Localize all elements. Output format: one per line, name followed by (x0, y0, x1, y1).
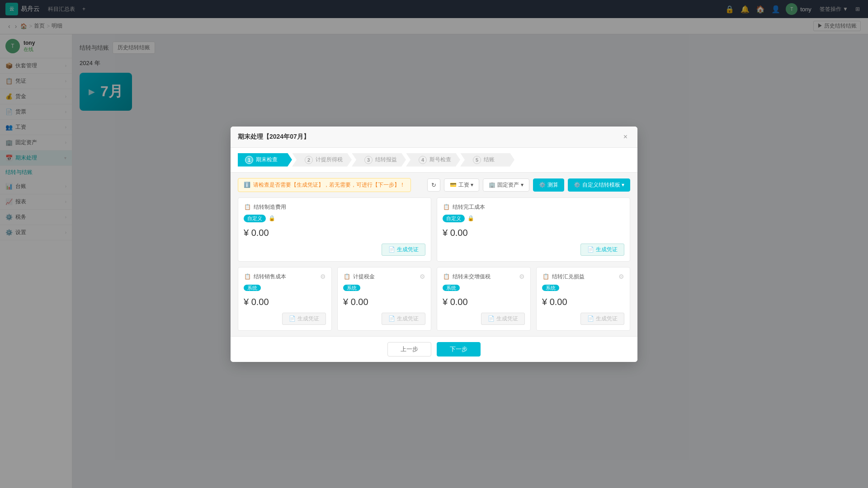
step-3-label: 结转报益 (375, 156, 397, 164)
card-amount-6: ¥ 0.00 (542, 295, 624, 309)
card-complete-cost: 📋 结转完工成本 自定义 🔒 ¥ 0.00 (437, 197, 630, 262)
settings-icon-4[interactable]: ⚙ (618, 273, 624, 280)
test-action-btn[interactable]: ⚙️ 测算 (533, 178, 564, 192)
card-exchange: 📋 结转汇兑损益 ⚙ 系统 ¥ 0.00 📄 (536, 267, 630, 331)
refresh-btn[interactable]: ↻ (427, 178, 440, 192)
gen-voucher-btn-1[interactable]: 📄 生成凭证 (382, 244, 425, 256)
card-icon-5: 📋 (443, 273, 450, 280)
test-btn-label: 测算 (547, 181, 558, 189)
step-1[interactable]: 1 期末检查 (238, 153, 292, 167)
step-4-num: 4 (419, 156, 427, 164)
settings-icon-2[interactable]: ⚙ (420, 273, 425, 280)
info-alert: ℹ️ 请检查是否需要【生成凭证】，若无需要，可进行【下一步】！ (238, 178, 411, 192)
card-sales-cost-header: 📋 结转销售成本 ⚙ (244, 273, 326, 281)
gen-voucher-btn-2[interactable]: 📄 生成凭证 (580, 244, 624, 256)
alert-text: 请检查是否需要【生成凭证】，若无需要，可进行【下一步】！ (253, 181, 405, 189)
settings-icon-1[interactable]: ⚙ (320, 273, 326, 280)
custom-btn-label: 自定义结转模板 ▾ (582, 181, 624, 189)
modal-close-btn[interactable]: × (621, 132, 630, 142)
card-title-tax: 计提税金 (353, 273, 375, 281)
step-4-label: 斯号检查 (429, 156, 451, 164)
modal-body: ℹ️ 请检查是否需要【生成凭证】，若无需要，可进行【下一步】！ ↻ 💳 工资 ▾… (231, 173, 637, 336)
test-btn-icon: ⚙️ (539, 182, 546, 188)
card-vat-header: 📋 结转未交增值税 ⚙ (443, 273, 525, 281)
gen-label-2: 生成凭证 (596, 246, 618, 253)
step-1-num: 1 (245, 156, 253, 164)
alert-icon: ℹ️ (244, 182, 250, 188)
prev-step-btn[interactable]: 上一步 (387, 342, 431, 357)
modal-overlay: 期末处理【2024年07月】 × 1 期末检查 2 计提所得税 3 结 (72, 34, 868, 488)
payroll-btn-label: 工资 ▾ (458, 181, 473, 189)
tag-system-3: 系统 (443, 285, 460, 291)
tag-custom-2: 自定义 (443, 215, 465, 222)
card-icon-3: 📋 (244, 273, 251, 280)
tag-custom-1: 自定义 (244, 215, 266, 222)
info-actions: ↻ 💳 工资 ▾ 🏢 固定资产 ▾ ⚙️ 测算 (427, 178, 630, 192)
steps-bar: 1 期末检查 2 计提所得税 3 结转报益 4 斯号检查 (231, 148, 637, 173)
card-title-vat: 结转未交增值税 (453, 273, 491, 281)
settings-icon-3[interactable]: ⚙ (519, 273, 525, 280)
tag-system-1: 系统 (244, 285, 261, 291)
next-step-btn[interactable]: 下一步 (437, 342, 481, 357)
card-vat: 📋 结转未交增值税 ⚙ 系统 ¥ 0.00 � (437, 267, 531, 331)
gen-label-4: 生成凭证 (397, 315, 419, 323)
lock-icon-2: 🔒 (467, 215, 474, 221)
step-2-label: 计提所得税 (316, 156, 343, 164)
card-complete-cost-header: 📋 结转完工成本 (443, 203, 624, 211)
card-tax-provision: 📋 计提税金 ⚙ 系统 ¥ 0.00 📄 (337, 267, 431, 331)
gen-voucher-btn-5: 📄 生成凭证 (481, 313, 525, 325)
info-bar: ℹ️ 请检查是否需要【生成凭证】，若无需要，可进行【下一步】！ ↻ 💳 工资 ▾… (238, 178, 630, 192)
card-manufacturing-cost: 📋 结转制造费用 自定义 🔒 ¥ 0.00 (238, 197, 431, 262)
card-manufacturing-cost-header: 📋 结转制造费用 (244, 203, 425, 211)
step-4[interactable]: 4 斯号检查 (406, 153, 460, 167)
step-2-num: 2 (305, 156, 313, 164)
custom-btn-icon: ⚙️ (574, 182, 580, 188)
gen-icon-4: 📄 (388, 315, 395, 322)
gen-icon-1: 📄 (388, 246, 395, 253)
fixed-asset-btn-label: 固定资产 ▾ (497, 181, 523, 189)
gen-voucher-btn-6: 📄 生成凭证 (580, 313, 624, 325)
card-exchange-header: 📋 结转汇兑损益 ⚙ (542, 273, 624, 281)
gen-icon-3: 📄 (289, 315, 296, 322)
gen-label-1: 生成凭证 (397, 246, 419, 253)
main-layout: T tony 在线 📦 伙套管理 › 📋 凭证 › 💰 货金 › 📄 货票 › (0, 34, 868, 488)
step-3[interactable]: 3 结转报益 (352, 153, 406, 167)
step-3-num: 3 (364, 156, 373, 164)
step-5-label: 结账 (484, 156, 495, 164)
step-5[interactable]: 5 结账 (460, 153, 514, 167)
card-amount-5: ¥ 0.00 (443, 295, 525, 309)
card-title-complete: 结转完工成本 (453, 203, 485, 211)
custom-template-btn[interactable]: ⚙️ 自定义结转模板 ▾ (568, 178, 630, 192)
payroll-btn-icon: 💳 (450, 182, 457, 188)
lock-icon-1: 🔒 (269, 215, 275, 221)
cards-bottom-row: 📋 结转销售成本 ⚙ 系统 ¥ 0.00 📄 (238, 267, 630, 331)
gen-icon-5: 📄 (488, 315, 495, 322)
payroll-action-btn[interactable]: 💳 工资 ▾ (444, 178, 479, 192)
content-area: 结转与结账 历史结转结账 2024 年 ▶ 7月 期末处理【2024年07月】 … (72, 34, 868, 488)
card-title-manufacturing: 结转制造费用 (254, 203, 286, 211)
card-amount-2: ¥ 0.00 (443, 226, 624, 240)
gen-voucher-btn-3: 📄 生成凭证 (282, 313, 326, 325)
gen-label-5: 生成凭证 (496, 315, 518, 323)
gen-icon-6: 📄 (587, 315, 594, 322)
tag-system-2: 系统 (343, 285, 360, 291)
tag-system-4: 系统 (542, 285, 559, 291)
step-1-label: 期末检查 (256, 156, 278, 164)
card-title-sales: 结转销售成本 (254, 273, 286, 281)
fixed-asset-btn-icon: 🏢 (489, 182, 495, 188)
card-tax-provision-header: 📋 计提税金 ⚙ (343, 273, 425, 281)
step-5-num: 5 (473, 156, 481, 164)
step-2[interactable]: 2 计提所得税 (292, 153, 352, 167)
modal-dialog: 期末处理【2024年07月】 × 1 期末检查 2 计提所得税 3 结 (231, 127, 637, 362)
card-amount-4: ¥ 0.00 (343, 295, 425, 309)
card-title-exchange: 结转汇兑损益 (552, 273, 585, 281)
cards-top-row: 📋 结转制造费用 自定义 🔒 ¥ 0.00 (238, 197, 630, 262)
modal-footer: 上一步 下一步 (231, 336, 637, 362)
card-amount-3: ¥ 0.00 (244, 295, 326, 309)
card-icon-1: 📋 (244, 203, 251, 211)
fixed-asset-action-btn[interactable]: 🏢 固定资产 ▾ (483, 178, 529, 192)
gen-icon-2: 📄 (587, 246, 594, 253)
gen-label-3: 生成凭证 (297, 315, 319, 323)
gen-label-6: 生成凭证 (596, 315, 618, 323)
card-icon-2: 📋 (443, 203, 450, 211)
